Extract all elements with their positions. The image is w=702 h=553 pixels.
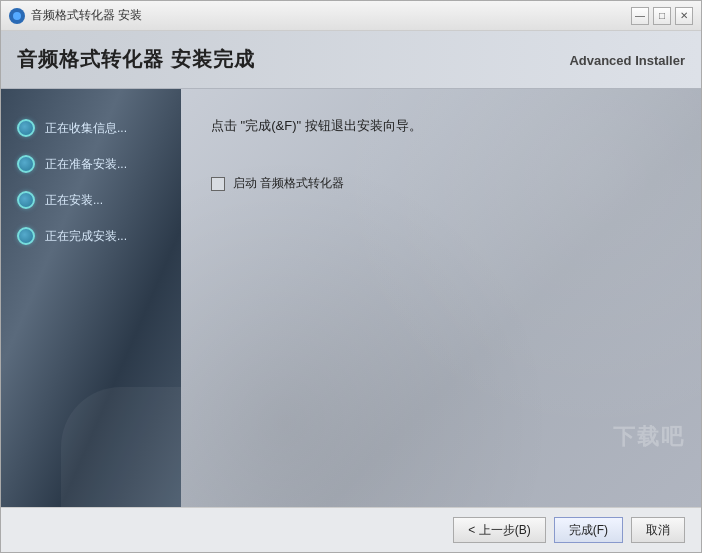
instruction-text: 点击 "完成(&F)" 按钮退出安装向导。 xyxy=(211,117,671,135)
sidebar: 正在收集信息... 正在准备安装... 正在安装... 正在完成安装... xyxy=(1,89,181,507)
launch-checkbox-row[interactable]: 启动 音频格式转化器 xyxy=(211,175,671,192)
footer: < 上一步(B) 完成(F) 取消 xyxy=(1,507,701,552)
header-bar: 音频格式转化器 安装完成 Advanced Installer xyxy=(1,31,701,89)
content-panel: 点击 "完成(&F)" 按钮退出安装向导。 启动 音频格式转化器 下载吧 xyxy=(181,89,701,507)
cancel-button[interactable]: 取消 xyxy=(631,517,685,543)
sidebar-item-3: 正在完成安装... xyxy=(1,227,181,245)
step-circle-0 xyxy=(17,119,35,137)
window-icon xyxy=(9,8,25,24)
header-title: 音频格式转化器 安装完成 xyxy=(17,46,255,73)
window-controls: — □ ✕ xyxy=(631,7,693,25)
installer-window: 音频格式转化器 安装 — □ ✕ 音频格式转化器 安装完成 Advanced I… xyxy=(0,0,702,553)
sidebar-label-0: 正在收集信息... xyxy=(45,120,127,137)
step-circle-2 xyxy=(17,191,35,209)
window-title: 音频格式转化器 安装 xyxy=(31,7,631,24)
main-content: 正在收集信息... 正在准备安装... 正在安装... 正在完成安装... 点击… xyxy=(1,89,701,507)
close-button[interactable]: ✕ xyxy=(675,7,693,25)
maximize-button[interactable]: □ xyxy=(653,7,671,25)
minimize-button[interactable]: — xyxy=(631,7,649,25)
step-circle-3 xyxy=(17,227,35,245)
brand-label: Advanced Installer xyxy=(569,52,685,67)
back-button[interactable]: < 上一步(B) xyxy=(453,517,545,543)
sidebar-item-0: 正在收集信息... xyxy=(1,119,181,137)
launch-checkbox-label: 启动 音频格式转化器 xyxy=(233,175,344,192)
watermark: 下载吧 xyxy=(613,422,685,452)
sidebar-item-2: 正在安装... xyxy=(1,191,181,209)
sidebar-label-2: 正在安装... xyxy=(45,192,103,209)
launch-checkbox[interactable] xyxy=(211,177,225,191)
sidebar-label-1: 正在准备安装... xyxy=(45,156,127,173)
sidebar-item-1: 正在准备安装... xyxy=(1,155,181,173)
finish-button[interactable]: 完成(F) xyxy=(554,517,623,543)
step-circle-1 xyxy=(17,155,35,173)
sidebar-label-3: 正在完成安装... xyxy=(45,228,127,245)
title-bar: 音频格式转化器 安装 — □ ✕ xyxy=(1,1,701,31)
